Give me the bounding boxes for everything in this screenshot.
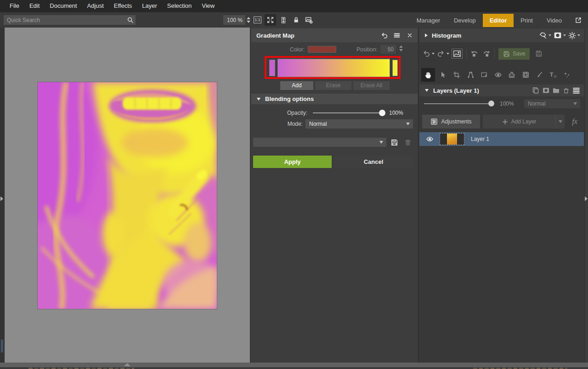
position-stepper[interactable] [399,45,403,51]
add-layer-button: Add Layer [483,115,565,129]
zoom-up-icon[interactable] [247,17,250,19]
blending-options-header[interactable]: Blending options [251,94,418,104]
reset-button[interactable] [379,30,389,40]
fit-to-screen-button[interactable] [265,14,276,26]
menu-layer[interactable]: Layer [137,0,162,12]
pan-tool-button[interactable] [421,68,435,82]
add-stop-button[interactable]: Add [280,81,313,90]
effect-brush-tool-button[interactable] [561,68,573,82]
show-original-button[interactable] [452,49,463,59]
menu-adjust[interactable]: Adjust [82,0,109,12]
chevron-down-icon[interactable] [548,34,551,36]
panel-close-button[interactable] [405,30,415,40]
gradient-map-panel: Gradient Map Color: Position: Add [250,28,418,363]
search-icon[interactable] [124,15,136,25]
apply-button[interactable]: Apply [253,156,332,168]
divider [494,48,495,59]
paint-brush-tool-button[interactable] [533,68,545,82]
move-tool-button[interactable] [437,68,449,82]
filmstrip-collapsed-bar[interactable] [0,363,588,367]
save-preset-button[interactable] [389,138,399,147]
layer-opacity-slider [424,103,492,104]
zoom-down-icon[interactable] [247,21,250,23]
search-input[interactable] [4,17,124,23]
selection-tool-button[interactable] [478,68,490,82]
undo-icon [422,50,430,58]
right-panel-collapse-button[interactable] [585,196,588,201]
fit-height-button[interactable] [277,14,289,26]
left-collapsed-panel [0,28,5,363]
layer-effects-button: fx [568,115,581,129]
mask-display-button[interactable] [554,30,562,41]
redo-button [437,50,445,58]
position-up-icon[interactable] [399,45,403,48]
right-panel: Histogram [418,28,588,363]
menu-file[interactable]: File [5,0,24,12]
layer-visibility-toggle[interactable] [419,135,440,143]
eye-icon [494,71,502,78]
tab-manager[interactable]: Manager [410,14,447,27]
histogram-header[interactable]: Histogram [419,28,585,42]
one-to-one-button[interactable]: 1:1 [252,14,263,26]
layer-thumbnail[interactable] [440,133,464,145]
layer-row[interactable]: Layer 1 [419,132,584,146]
menu-selection[interactable]: Selection [162,0,197,12]
svg-text:T: T [550,72,554,78]
adjustments-button[interactable]: Adjustments [422,115,480,129]
position-down-icon[interactable] [399,49,403,51]
preset-dropdown[interactable] [253,138,386,147]
chevron-down-icon [379,141,383,144]
filmstrip-expand-button[interactable] [124,363,130,366]
zoom-stepper[interactable] [247,17,250,23]
svg-text:Ω: Ω [554,75,556,78]
crop-tool-button[interactable] [451,68,463,82]
collapse-icon [257,98,260,101]
selection-tool-button[interactable] [539,30,547,41]
color-label: Color: [269,46,305,53]
one-to-one-icon: 1:1 [254,17,261,23]
tab-editor[interactable]: Editor [483,14,514,27]
position-input[interactable] [380,45,396,54]
settings-button[interactable] [568,30,576,41]
opacity-slider-knob[interactable] [379,110,385,116]
lock-button[interactable] [290,14,302,26]
adjustments-icon [430,118,438,125]
plus-icon [502,119,508,125]
tab-develop[interactable]: Develop [447,14,483,27]
zoom-level-input[interactable] [223,15,245,25]
layers-header[interactable]: Layers (Layer 1) [419,84,585,96]
preview-settings-icon [305,16,313,24]
menu-view[interactable]: View [197,0,220,12]
save-label: Save [513,50,525,57]
panel-menu-button[interactable] [392,30,402,40]
layers-menu-button[interactable] [571,87,581,95]
group-layers-button [551,87,561,94]
chevron-down-icon[interactable] [577,34,580,36]
external-window-button[interactable] [572,14,584,26]
menu-document[interactable]: Document [45,0,82,12]
deform-tool-button[interactable] [520,68,531,82]
clone-stamp-tool-button[interactable] [506,68,518,82]
layer-name[interactable]: Layer 1 [471,136,489,142]
cancel-button[interactable]: Cancel [334,156,413,168]
layers-title: Layers (Layer 1) [433,87,531,94]
tab-video[interactable]: Video [540,14,569,27]
text-tool-button[interactable]: TΩ [547,68,559,82]
chevron-down-icon [406,123,410,125]
delete-preset-button [403,138,413,147]
red-eye-tool-button[interactable] [492,68,504,82]
menu-icon [393,32,401,39]
left-panel-expand-button[interactable] [0,196,3,201]
stop-color-swatch[interactable] [308,46,336,53]
opacity-slider[interactable] [313,112,383,113]
canvas-area[interactable] [5,28,250,363]
tab-print[interactable]: Print [514,14,540,27]
eye-icon [426,135,434,143]
menu-effects[interactable]: Effects [109,0,137,12]
straighten-lines-tool-button[interactable] [464,68,476,82]
chevron-down-icon[interactable] [563,34,566,36]
filmstrip-edge [0,367,588,369]
preview-settings-button[interactable] [303,14,315,26]
mode-dropdown[interactable]: Normal [305,119,413,129]
menu-edit[interactable]: Edit [24,0,45,12]
